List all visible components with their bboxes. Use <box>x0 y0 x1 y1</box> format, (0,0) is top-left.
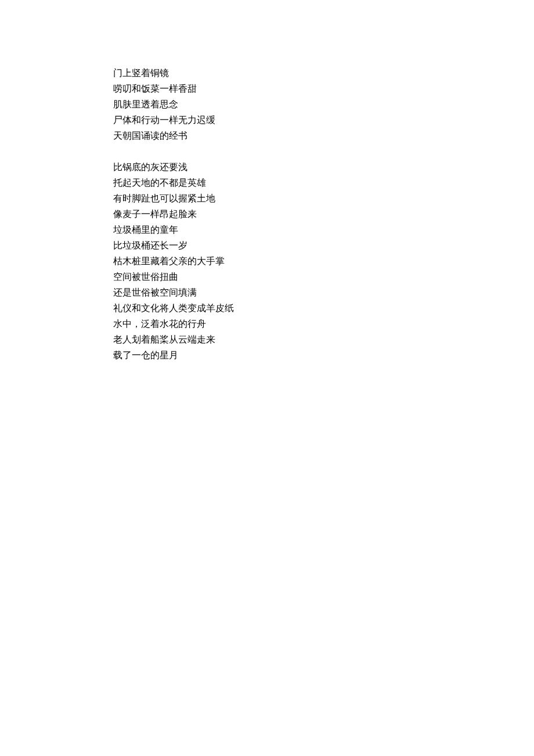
poem-line: 托起天地的不都是英雄 <box>113 175 534 190</box>
poem-line: 门上竖着铜镜 <box>113 65 534 81</box>
poem-line: 载了一仓的星月 <box>113 347 534 363</box>
poem-line: 天朝国诵读的经书 <box>113 128 534 143</box>
poem-line: 尸体和行动一样无力迟缓 <box>113 112 534 128</box>
poem-line: 空间被世俗扭曲 <box>113 269 534 285</box>
poem-line: 老人划着船桨从云端走来 <box>113 332 534 347</box>
poem-line: 唠叨和饭菜一样香甜 <box>113 81 534 96</box>
poem-line: 比垃圾桶还长一岁 <box>113 237 534 253</box>
poem-line: 比锅底的灰还要浅 <box>113 159 534 175</box>
poem-line: 有时脚趾也可以握紧土地 <box>113 190 534 206</box>
poem-line: 水中，泛着水花的行舟 <box>113 316 534 332</box>
poem-line: 还是世俗被空间填满 <box>113 285 534 300</box>
poem-line: 像麦子一样昂起脸来 <box>113 206 534 222</box>
poem-line: 垃圾桶里的童年 <box>113 222 534 237</box>
document-page: 门上竖着铜镜 唠叨和饭菜一样香甜 肌肤里透着思念 尸体和行动一样无力迟缓 天朝国… <box>0 0 534 363</box>
poem-stanza-2: 比锅底的灰还要浅 托起天地的不都是英雄 有时脚趾也可以握紧土地 像麦子一样昂起脸… <box>113 159 534 363</box>
poem-line: 礼仪和文化将人类变成羊皮纸 <box>113 300 534 316</box>
poem-line: 肌肤里透着思念 <box>113 96 534 112</box>
poem-stanza-1: 门上竖着铜镜 唠叨和饭菜一样香甜 肌肤里透着思念 尸体和行动一样无力迟缓 天朝国… <box>113 65 534 143</box>
poem-line: 枯木桩里藏着父亲的大手掌 <box>113 253 534 269</box>
